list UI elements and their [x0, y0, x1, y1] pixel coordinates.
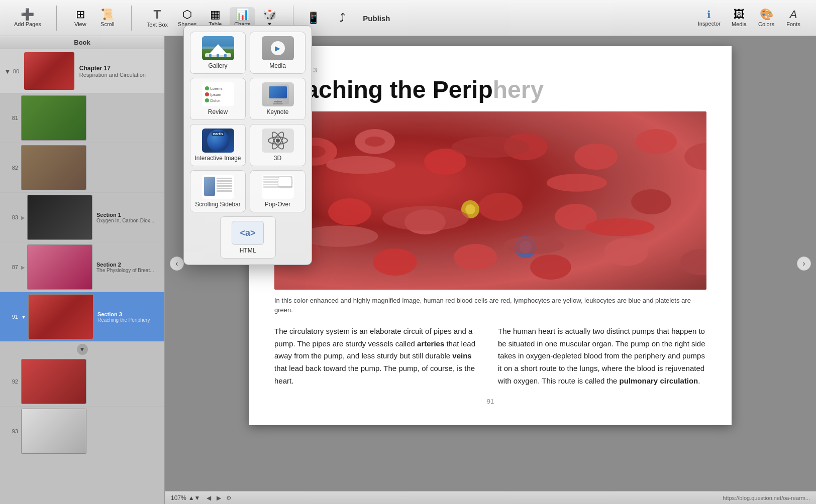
- media-right-button[interactable]: 🖼 Media: [727, 7, 752, 29]
- svg-point-18: [604, 238, 648, 266]
- sidebar-page-82[interactable]: 82: [0, 143, 164, 193]
- review-row-2: Ipsum: [205, 92, 222, 97]
- page-nav-left-button[interactable]: ‹: [170, 257, 184, 271]
- svg-point-10: [404, 209, 446, 234]
- green-dot-2: [205, 98, 209, 102]
- popup-media-item[interactable]: ▶ Media: [250, 32, 305, 74]
- popover-icon: [262, 175, 294, 199]
- page-num-81: 81: [4, 115, 18, 121]
- page-section-83: Section 1: [96, 212, 160, 218]
- nav-prev-button[interactable]: ◀: [204, 493, 213, 502]
- ipad-button[interactable]: 📱: [300, 11, 326, 26]
- sidebar-scroll[interactable]: ▼ 80 Chapter 17 Respiration and Circulat…: [0, 49, 164, 504]
- add-pages-button[interactable]: ➕ Add Pages: [10, 7, 45, 29]
- page-down-arrow[interactable]: ▼: [0, 342, 164, 357]
- fonts-label: Fonts: [786, 21, 800, 27]
- sidebar-page-81[interactable]: 81: [0, 93, 164, 143]
- zoom-control[interactable]: 107% ▲▼: [171, 494, 200, 501]
- svg-point-21: [465, 204, 475, 214]
- sidebar-page-93[interactable]: 93: [0, 407, 164, 456]
- text-box-icon: T: [154, 9, 161, 21]
- gallery-label: Gallery: [208, 62, 227, 69]
- publish-label: Publish: [363, 14, 390, 23]
- view-group: ⊞ View 📜 Scroll: [64, 7, 124, 29]
- chapter-thumbnail: [24, 52, 74, 90]
- page-thumb-82: [21, 145, 86, 190]
- zoom-stepper[interactable]: ▲▼: [188, 494, 200, 501]
- page-sub-83: Oxygen In, Carbon Diox...: [96, 218, 160, 223]
- nav-settings-button[interactable]: ⚙: [224, 493, 233, 502]
- toolbar: ➕ Add Pages ⊞ View 📜 Scroll T Text Box ⬡…: [0, 0, 816, 36]
- colors-button[interactable]: 🎨 Colors: [754, 7, 779, 29]
- chapter-expand-icon: ▼: [4, 67, 11, 75]
- popup-interactive-image-item[interactable]: earth Interactive Image: [190, 124, 246, 166]
- page-sub-91: Reaching the Periphery: [97, 317, 160, 323]
- text-box-button[interactable]: T Text Box: [143, 7, 172, 30]
- section-label: SECTION 3: [274, 66, 706, 74]
- view-label: View: [74, 21, 86, 27]
- page-col-1: The circulatory system is an elaborate c…: [274, 325, 483, 388]
- earth-circle: earth: [207, 130, 229, 152]
- popup-popover-item[interactable]: Pop-Over: [250, 170, 305, 212]
- page-title-suffix: hery: [493, 76, 544, 103]
- popover-bubble: [278, 177, 292, 187]
- page-info-91: Section 3 Reaching the Periphery: [97, 311, 160, 323]
- page-num-87: 87: [4, 264, 18, 270]
- inspector-icon: ℹ: [707, 10, 711, 20]
- page-num-82: 82: [4, 165, 18, 171]
- review-icon: Lorem Ipsum Dolor: [202, 82, 234, 106]
- page-caption: In this color-enhanced and highly magnif…: [274, 296, 706, 315]
- svg-point-12: [555, 204, 597, 230]
- popup-scrolling-item[interactable]: Scrolling Sidebar: [190, 170, 246, 212]
- popup-html-item[interactable]: <a> HTML: [220, 216, 276, 259]
- fonts-button[interactable]: A Fonts: [781, 7, 806, 29]
- chapter-title: Chapter 17: [79, 65, 146, 72]
- scroll-line-4: [217, 185, 232, 187]
- 3d-inner: [265, 130, 290, 152]
- page-thumb-92: [21, 359, 86, 404]
- share-button[interactable]: ⤴: [330, 11, 355, 26]
- popup-gallery-item[interactable]: Gallery: [190, 32, 246, 74]
- sidebar-page-92[interactable]: 92: [0, 357, 164, 407]
- svg-point-4: [424, 149, 466, 175]
- page-thumb-87: [27, 244, 92, 290]
- keynote-inner: [267, 84, 289, 104]
- scroll-button[interactable]: 📜 Scroll: [95, 7, 120, 29]
- page-num-91: 91: [4, 314, 18, 320]
- page-nav-right-button[interactable]: ›: [797, 257, 811, 271]
- scroll-label: Scroll: [100, 21, 115, 27]
- page-section-91: Section 3: [97, 311, 160, 317]
- scroll-line-6: [217, 190, 232, 192]
- chapter-num: 80: [13, 68, 22, 74]
- zoom-value: 107%: [171, 494, 186, 501]
- page-nav-controls: ◀ ▶ ⚙: [204, 493, 233, 502]
- popup-3d-item[interactable]: 3D: [250, 124, 305, 166]
- page-num-92: 92: [4, 379, 18, 385]
- charts-icon: 📊: [236, 9, 249, 20]
- colors-label: Colors: [758, 21, 774, 27]
- popup-review-item[interactable]: Lorem Ipsum Dolor Review: [190, 78, 246, 120]
- down-arrow-icon[interactable]: ▼: [77, 344, 88, 355]
- svg-point-6: [574, 144, 618, 170]
- nav-next-button[interactable]: ▶: [214, 493, 223, 502]
- keynote-label: Keynote: [266, 108, 288, 115]
- page-expand-91: ▼: [21, 314, 26, 320]
- sidebar-page-91[interactable]: 91 ▼ Section 3 Reaching the Periphery: [0, 292, 164, 342]
- svg-point-7: [636, 129, 677, 154]
- sidebar-chapter-item[interactable]: ▼ 80 Chapter 17 Respiration and Circulat…: [0, 49, 164, 93]
- svg-point-22: [515, 236, 537, 258]
- sidebar-page-87[interactable]: 87 ▶ Section 2 The Physiology of Breat..…: [0, 242, 164, 292]
- inspector-button[interactable]: ℹ Inspector: [694, 8, 725, 29]
- publish-button[interactable]: Publish: [359, 11, 394, 25]
- view-button[interactable]: ⊞ View: [68, 7, 93, 29]
- page-info-87: Section 2 The Physiology of Breat...: [96, 262, 160, 273]
- shapes-icon: ⬡: [182, 9, 192, 20]
- sidebar-page-83[interactable]: 83 ▶ Section 1 Oxygen In, Carbon Diox...: [0, 193, 164, 242]
- scroll-line-3: [217, 183, 232, 184]
- statusbar: 107% ▲▼ ◀ ▶ ⚙ https://blog.question.net/…: [165, 491, 816, 504]
- popup-keynote-item[interactable]: Keynote: [250, 78, 305, 120]
- media-icon: ▶: [262, 36, 294, 60]
- text-box-label: Text Box: [147, 22, 168, 28]
- col1-text: The circulatory system is an elaborate c…: [274, 325, 483, 388]
- popup-grid: Gallery ▶ Media Lorem Ipsum: [190, 32, 305, 259]
